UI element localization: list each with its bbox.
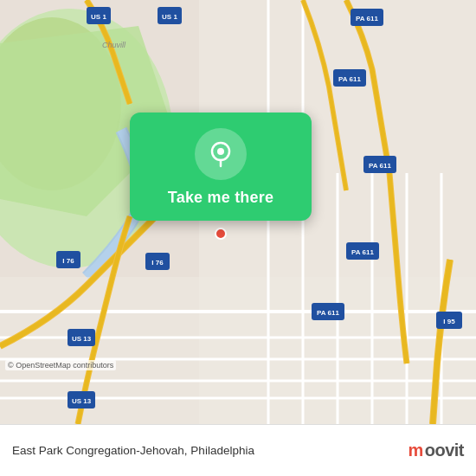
svg-text:I 95: I 95 xyxy=(443,318,455,325)
bottom-bar: East Park Congregation-Jehovah, Philadel… xyxy=(0,424,476,476)
take-me-there-label: Take me there xyxy=(168,189,273,207)
svg-text:PA 611: PA 611 xyxy=(317,309,339,317)
location-card[interactable]: Take me there xyxy=(130,113,312,221)
location-name: East Park Congregation-Jehovah, Philadel… xyxy=(12,444,408,457)
moovit-logo-text: oovit xyxy=(425,441,464,460)
attribution-text: © OpenStreetMap contributors xyxy=(8,361,113,370)
svg-point-42 xyxy=(215,228,226,239)
svg-text:US 13: US 13 xyxy=(72,397,92,405)
osm-attribution: © OpenStreetMap contributors xyxy=(5,360,116,370)
svg-text:PA 611: PA 611 xyxy=(369,162,391,170)
map-container[interactable]: US 1 US 13 US 13 I 76 I 76 PA 611 PA 611… xyxy=(0,0,476,424)
moovit-logo: m oovit xyxy=(408,441,464,460)
svg-text:Chuvill: Chuvill xyxy=(102,41,126,49)
svg-text:US 1: US 1 xyxy=(91,13,106,21)
location-pin-icon xyxy=(207,140,235,168)
location-icon-circle xyxy=(195,128,247,180)
svg-text:US 13: US 13 xyxy=(72,335,92,343)
svg-point-44 xyxy=(217,148,224,155)
svg-text:I 76: I 76 xyxy=(151,259,164,267)
svg-text:PA 611: PA 611 xyxy=(356,15,378,23)
svg-text:PA 611: PA 611 xyxy=(351,248,374,256)
svg-text:PA 611: PA 611 xyxy=(338,75,361,83)
moovit-logo-m: m xyxy=(408,441,422,460)
svg-text:US 1: US 1 xyxy=(162,13,177,21)
svg-text:I 76: I 76 xyxy=(62,257,74,265)
